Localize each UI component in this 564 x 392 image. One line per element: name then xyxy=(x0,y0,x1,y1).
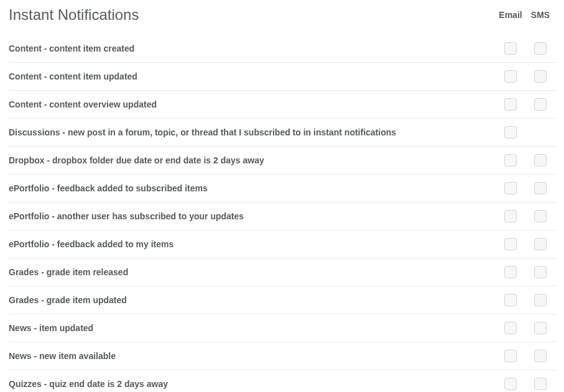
sms-checkbox-cell xyxy=(525,154,555,166)
email-checkbox[interactable] xyxy=(504,266,517,278)
sms-checkbox[interactable] xyxy=(534,42,547,55)
sms-checkbox[interactable] xyxy=(534,210,547,222)
email-checkbox-cell xyxy=(496,322,525,334)
notification-row: Dropbox - dropbox folder due date or end… xyxy=(9,147,555,175)
notification-label: ePortfolio - feedback added to subscribe… xyxy=(9,183,496,193)
email-checkbox[interactable] xyxy=(504,126,517,139)
notification-row: Content - content item created xyxy=(9,35,555,63)
sms-checkbox[interactable] xyxy=(534,70,547,83)
sms-checkbox[interactable] xyxy=(534,182,547,194)
email-checkbox-cell xyxy=(496,350,525,362)
notification-label: Content - content item created xyxy=(9,43,496,53)
notification-row: Content - content overview updated xyxy=(9,91,555,119)
email-checkbox[interactable] xyxy=(504,378,517,390)
sms-checkbox[interactable] xyxy=(534,322,547,334)
column-headers: Email SMS xyxy=(496,10,555,20)
email-checkbox[interactable] xyxy=(504,70,517,83)
notification-label: Content - content item updated xyxy=(9,71,496,81)
notification-label: Dropbox - dropbox folder due date or end… xyxy=(9,155,496,165)
email-checkbox[interactable] xyxy=(504,350,517,362)
notification-label: Quizzes - quiz end date is 2 days away xyxy=(9,379,496,389)
email-checkbox-cell xyxy=(496,294,525,306)
sms-checkbox-cell xyxy=(525,322,555,334)
notification-label: Grades - grade item updated xyxy=(9,295,496,305)
email-checkbox[interactable] xyxy=(504,238,517,250)
email-checkbox-cell xyxy=(496,210,525,222)
sms-checkbox-cell xyxy=(525,98,555,111)
notification-row: News - new item available xyxy=(9,342,555,370)
sms-checkbox[interactable] xyxy=(534,378,547,390)
sms-checkbox[interactable] xyxy=(534,350,547,362)
sms-checkbox-empty xyxy=(534,126,547,139)
email-checkbox[interactable] xyxy=(504,182,517,194)
notification-label: News - item updated xyxy=(9,323,496,333)
sms-checkbox[interactable] xyxy=(534,294,547,306)
notification-label: ePortfolio - another user has subscribed… xyxy=(9,211,496,221)
sms-checkbox[interactable] xyxy=(534,154,547,166)
sms-checkbox-cell xyxy=(525,182,555,194)
header-row: Instant Notifications Email SMS xyxy=(9,6,555,24)
sms-checkbox-cell xyxy=(525,42,555,55)
email-checkbox-cell xyxy=(496,154,525,166)
email-checkbox[interactable] xyxy=(504,210,517,222)
page-title: Instant Notifications xyxy=(9,6,496,24)
sms-checkbox-cell xyxy=(525,210,555,222)
notification-label: News - new item available xyxy=(9,351,496,361)
notification-label: ePortfolio - feedback added to my items xyxy=(9,239,496,249)
sms-checkbox-cell xyxy=(525,378,555,390)
email-checkbox-cell xyxy=(496,70,525,83)
email-checkbox[interactable] xyxy=(504,98,517,111)
notification-row: Discussions - new post in a forum, topic… xyxy=(9,119,555,147)
notification-row: ePortfolio - feedback added to my items xyxy=(9,230,555,258)
email-checkbox[interactable] xyxy=(504,322,517,334)
sms-checkbox[interactable] xyxy=(534,238,547,250)
email-checkbox-cell xyxy=(496,378,525,390)
column-header-email: Email xyxy=(496,10,525,20)
notification-row: Grades - grade item updated xyxy=(9,286,555,314)
sms-checkbox-cell xyxy=(525,294,555,306)
email-checkbox-cell xyxy=(496,238,525,250)
email-checkbox-cell xyxy=(496,182,525,194)
notification-row: Quizzes - quiz end date is 2 days away xyxy=(9,370,555,392)
notification-row: ePortfolio - another user has subscribed… xyxy=(9,203,555,230)
notification-label: Grades - grade item released xyxy=(9,267,496,277)
email-checkbox-cell xyxy=(496,266,525,278)
sms-checkbox-cell xyxy=(525,266,555,278)
notification-row: ePortfolio - feedback added to subscribe… xyxy=(9,175,555,203)
sms-checkbox[interactable] xyxy=(534,266,547,278)
notification-row: Grades - grade item released xyxy=(9,258,555,286)
email-checkbox[interactable] xyxy=(504,294,517,306)
column-header-sms: SMS xyxy=(525,10,555,20)
email-checkbox-cell xyxy=(496,126,525,139)
notification-row: Content - content item updated xyxy=(9,63,555,91)
notification-label: Content - content overview updated xyxy=(9,99,496,109)
email-checkbox-cell xyxy=(496,98,525,111)
sms-checkbox-cell xyxy=(525,238,555,250)
notification-label: Discussions - new post in a forum, topic… xyxy=(9,127,496,137)
notification-row: News - item updated xyxy=(9,314,555,342)
email-checkbox[interactable] xyxy=(504,154,517,166)
sms-checkbox[interactable] xyxy=(534,98,547,111)
sms-checkbox-cell xyxy=(525,70,555,83)
email-checkbox-cell xyxy=(496,42,525,55)
sms-checkbox-cell xyxy=(525,350,555,362)
notification-list: Content - content item createdContent - … xyxy=(9,35,555,392)
email-checkbox[interactable] xyxy=(504,42,517,55)
sms-checkbox-cell xyxy=(525,126,555,139)
